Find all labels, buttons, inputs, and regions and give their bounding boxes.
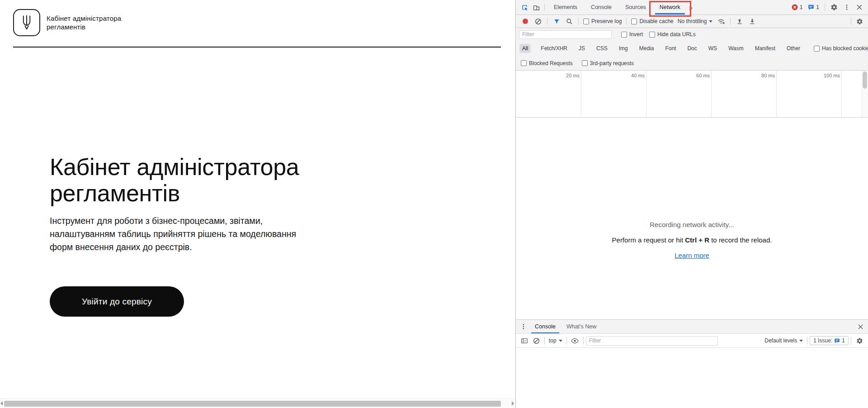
error-icon	[792, 4, 798, 10]
hint-suffix: to record the reload.	[709, 236, 772, 244]
device-toolbar-icon	[533, 4, 540, 11]
network-conditions-icon	[717, 18, 725, 25]
import-har-icon	[736, 18, 743, 25]
network-filter-row: Invert Hide data URLs	[516, 28, 868, 41]
tab-network[interactable]: Network	[653, 0, 687, 14]
console-toolbar: top Default levels 1 Issue:	[516, 334, 868, 348]
inspect-element-button[interactable]	[519, 2, 530, 13]
search-button[interactable]	[563, 16, 575, 27]
issue-text: 1 Issue:	[813, 337, 832, 344]
error-badge[interactable]: 1	[789, 4, 805, 10]
console-filter-input[interactable]	[586, 336, 718, 346]
tab-console[interactable]: Console	[584, 0, 618, 14]
checkbox-icon	[649, 32, 655, 38]
import-har-button[interactable]	[734, 16, 745, 27]
export-har-button[interactable]	[746, 16, 758, 27]
console-sidebar-button[interactable]	[519, 335, 530, 346]
login-button[interactable]: Увійти до сервісу	[50, 286, 184, 317]
devtools-tabbar: Elements Console Sources Network » 1 1	[516, 0, 868, 15]
timeline-tick: 40 ms	[581, 73, 645, 78]
divider	[825, 4, 825, 11]
clear-button[interactable]	[532, 16, 544, 27]
chip-fetch-xhr[interactable]: Fetch/XHR	[538, 44, 570, 53]
issues-badge[interactable]: 1	[806, 4, 821, 10]
app-page: Кабінет адміністратора регламентів Кабін…	[0, 0, 515, 408]
invert-checkbox[interactable]: Invert	[620, 31, 644, 38]
divider	[544, 337, 545, 344]
brand-title: Кабінет адміністратора регламентів	[47, 14, 121, 32]
scrollbar-thumb[interactable]	[4, 401, 501, 407]
page-horizontal-scrollbar[interactable]	[0, 399, 515, 408]
export-har-icon	[749, 18, 755, 25]
devtools-close-button[interactable]	[854, 2, 865, 13]
disable-cache-checkbox[interactable]: Disable cache	[630, 18, 675, 24]
description-line2: налаштуванням таблиць прийняття рішень т…	[50, 228, 296, 241]
chip-img[interactable]: Img	[616, 44, 631, 53]
timeline-tick: 80 ms	[712, 73, 775, 78]
hide-data-urls-label: Hide data URLs	[657, 31, 696, 38]
blocked-requests-checkbox[interactable]: Blocked Requests	[519, 60, 574, 66]
timeline-scrollbar[interactable]	[862, 71, 868, 117]
chip-all[interactable]: All	[519, 44, 531, 53]
preserve-log-checkbox[interactable]: Preserve log	[582, 18, 623, 24]
console-clear-button[interactable]	[530, 335, 542, 346]
divider	[807, 337, 807, 344]
tab-sources[interactable]: Sources	[618, 0, 653, 14]
reload-hint-text: Perform a request or hit Ctrl + R to rec…	[516, 236, 868, 244]
network-conditions-button[interactable]	[715, 16, 727, 27]
clear-icon	[533, 337, 540, 344]
chip-other[interactable]: Other	[784, 44, 803, 53]
network-settings-button[interactable]	[854, 16, 865, 27]
throttling-select[interactable]: No throttling	[676, 18, 715, 24]
chip-css[interactable]: CSS	[594, 44, 610, 53]
divider	[578, 18, 579, 25]
request-type-filters: All Fetch/XHR JS CSS Img Media Font Doc …	[516, 41, 868, 56]
filter-toggle-button[interactable]	[551, 16, 562, 27]
gear-icon	[856, 18, 863, 25]
chip-ws[interactable]: WS	[706, 44, 720, 53]
drawer-close-button[interactable]	[854, 321, 866, 332]
learn-more-link[interactable]: Learn more	[675, 251, 709, 259]
search-icon	[566, 18, 573, 25]
third-party-requests-checkbox[interactable]: 3rd-party requests	[580, 60, 635, 66]
scroll-left-icon[interactable]	[0, 401, 3, 406]
devtools-panel: Elements Console Sources Network » 1 1	[515, 0, 868, 408]
devtools-menu-button[interactable]	[841, 2, 853, 13]
divider	[851, 337, 851, 344]
drawer-tab-console[interactable]: Console	[529, 320, 561, 333]
hide-data-urls-checkbox[interactable]: Hide data URLs	[648, 31, 697, 38]
chip-js[interactable]: JS	[576, 44, 588, 53]
divider	[583, 337, 584, 344]
eye-icon	[571, 338, 579, 344]
chip-wasm[interactable]: Wasm	[726, 44, 746, 53]
gear-icon	[856, 337, 863, 344]
tab-elements[interactable]: Elements	[547, 0, 584, 14]
drawer-tabbar: Console What's New	[516, 319, 868, 334]
settings-button[interactable]	[828, 2, 840, 13]
has-blocked-cookies-checkbox[interactable]: Has blocked cookies	[812, 45, 868, 52]
tryzub-icon	[20, 14, 33, 31]
drawer-menu-button[interactable]	[518, 321, 529, 332]
divider	[730, 18, 731, 25]
inspect-icon	[521, 4, 528, 11]
brand-title-line1: Кабінет адміністратора	[47, 14, 121, 23]
network-filter-input[interactable]	[519, 30, 612, 39]
drawer-tab-whats-new[interactable]: What's New	[561, 320, 602, 333]
tryzub-logo	[13, 9, 40, 36]
more-tabs-icon[interactable]: »	[687, 4, 694, 11]
chip-manifest[interactable]: Manifest	[752, 44, 778, 53]
live-expression-button[interactable]	[569, 335, 581, 346]
chip-font[interactable]: Font	[662, 44, 679, 53]
scroll-right-icon[interactable]	[512, 401, 514, 406]
issues-counter-button[interactable]: 1 Issue: 1	[810, 336, 849, 345]
log-levels-select[interactable]: Default levels	[763, 337, 805, 344]
console-context-select[interactable]: top	[547, 337, 564, 344]
chip-doc[interactable]: Doc	[684, 44, 699, 53]
clear-icon	[535, 18, 542, 25]
chip-media[interactable]: Media	[637, 44, 657, 53]
console-settings-button[interactable]	[854, 335, 865, 346]
device-toolbar-button[interactable]	[530, 2, 542, 13]
timeline-scrollbar-thumb[interactable]	[863, 71, 867, 89]
checkbox-icon	[521, 60, 527, 66]
record-button[interactable]	[519, 16, 531, 27]
